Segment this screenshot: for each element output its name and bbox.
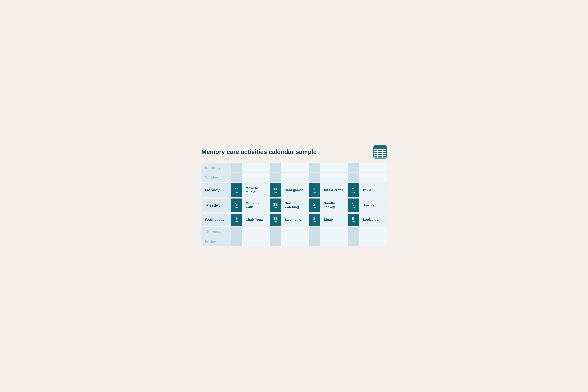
table-row: Thursday (202, 227, 387, 237)
time-2-unit-tue: pm (310, 206, 318, 208)
table-row: Friday (202, 237, 387, 246)
time-11-unit-tue: am (271, 206, 280, 208)
tuesday-act2: Bird watching (281, 198, 309, 212)
time-2pm: 2 pm (308, 183, 320, 197)
time-placeholder (270, 237, 281, 246)
time-2pm-wed: 2 pm (308, 214, 320, 226)
time-5-unit: pm (349, 191, 358, 193)
calendar-table-wrapper: Saturday Sunday (202, 163, 387, 246)
time-placeholder (308, 227, 320, 237)
monday-act3: Arts & crafts (320, 183, 348, 197)
time-placeholder (348, 172, 359, 182)
time-2-number-wed: 2 (310, 216, 318, 220)
table-row: Saturday (202, 163, 387, 172)
time-placeholder (308, 237, 320, 246)
time-placeholder (308, 163, 320, 172)
activity-placeholder (359, 163, 387, 172)
time-9-number-tue: 9 (232, 202, 240, 206)
time-placeholder (348, 227, 359, 237)
time-11am-tue: 11 am (270, 198, 281, 212)
activity-placeholder (320, 227, 348, 237)
activity-placeholder (281, 163, 309, 172)
time-5-unit-wed: pm (349, 220, 358, 223)
time-placeholder (308, 172, 320, 182)
time-11-unit: am (271, 191, 280, 193)
table-row: Wednesday 9 am Chair Yoga 11 am Salon ti… (202, 214, 387, 226)
wednesday-act4: Book club (359, 214, 387, 226)
day-monday: Monday (202, 183, 231, 197)
activity-placeholder (242, 172, 270, 182)
time-5-number-wed: 5 (349, 216, 358, 220)
time-11-unit-wed: am (271, 220, 280, 223)
time-5pm-tue: 5 pm (348, 198, 359, 212)
time-11am: 11 am (270, 183, 281, 197)
activity-placeholder (281, 237, 309, 246)
time-placeholder (348, 163, 359, 172)
time-11-number-tue: 11 (271, 202, 280, 206)
day-sunday: Sunday (202, 172, 231, 182)
activity-placeholder (242, 227, 270, 237)
day-wednesday: Wednesday (202, 214, 231, 226)
time-placeholder (231, 163, 242, 172)
time-9am-tue: 9 am (231, 198, 242, 212)
table-row: Sunday (202, 172, 387, 182)
time-5pm-wed: 5 pm (348, 214, 359, 226)
time-placeholder (270, 163, 281, 172)
time-11-number-wed: 11 (271, 216, 280, 220)
activity-placeholder (359, 227, 387, 237)
day-saturday: Saturday (202, 163, 231, 172)
activity-placeholder (320, 163, 348, 172)
main-card: Memory care activities calendar sample (196, 140, 392, 252)
time-9am-wed: 9 am (231, 214, 242, 226)
table-row: Monday 9 am Move to music 11 am Card gam… (202, 183, 387, 197)
time-placeholder (270, 172, 281, 182)
time-9-unit-wed: am (232, 220, 240, 223)
table-row: Tuesday 9 am Morning walk 11 am Bird wat… (202, 198, 387, 212)
time-9-number-wed: 9 (232, 216, 240, 220)
monday-act2: Card games (281, 183, 309, 197)
time-2-unit: pm (310, 191, 318, 193)
time-placeholder (231, 237, 242, 246)
time-5pm: 5 pm (348, 183, 359, 197)
time-9-unit: am (232, 191, 240, 193)
activity-placeholder (320, 237, 348, 246)
time-placeholder (270, 227, 281, 237)
day-thursday: Thursday (202, 227, 231, 237)
activity-placeholder (281, 227, 309, 237)
time-5-unit-tue: pm (349, 206, 358, 208)
wednesday-act2: Salon time (281, 214, 309, 226)
activity-placeholder (320, 172, 348, 182)
day-friday: Friday (202, 237, 231, 246)
tuesday-act3: Noodle hockey (320, 198, 348, 212)
time-11-number: 11 (271, 187, 280, 191)
time-11am-wed: 11 am (270, 214, 281, 226)
time-9-number: 9 (232, 187, 240, 191)
activity-placeholder (242, 237, 270, 246)
calendar-table: Saturday Sunday (202, 163, 387, 246)
activity-placeholder (359, 172, 387, 182)
monday-act4: Trivia (359, 183, 387, 197)
time-placeholder (231, 172, 242, 182)
time-2-number: 2 (310, 187, 318, 191)
wednesday-act1: Chair Yoga (242, 214, 270, 226)
time-9am: 9 am (231, 183, 242, 197)
time-5-number: 5 (349, 187, 358, 191)
tuesday-act1: Morning walk (242, 198, 270, 212)
time-5-number-tue: 5 (349, 202, 358, 206)
time-2-number-tue: 2 (310, 202, 318, 206)
page-title: Memory care activities calendar sample (202, 148, 317, 156)
day-tuesday: Tuesday (202, 198, 231, 212)
time-placeholder (231, 227, 242, 237)
header: Memory care activities calendar sample (202, 145, 387, 158)
calendar-icon (374, 145, 387, 158)
activity-placeholder (242, 163, 270, 172)
wednesday-act3: Bingo (320, 214, 348, 226)
activity-placeholder (281, 172, 309, 182)
tuesday-act4: Bowling (359, 198, 387, 212)
time-2-unit-wed: pm (310, 220, 318, 223)
monday-act1: Move to music (242, 183, 270, 197)
time-placeholder (348, 237, 359, 246)
time-2pm-tue: 2 pm (308, 198, 320, 212)
activity-placeholder (359, 237, 387, 246)
time-9-unit-tue: am (232, 206, 240, 208)
